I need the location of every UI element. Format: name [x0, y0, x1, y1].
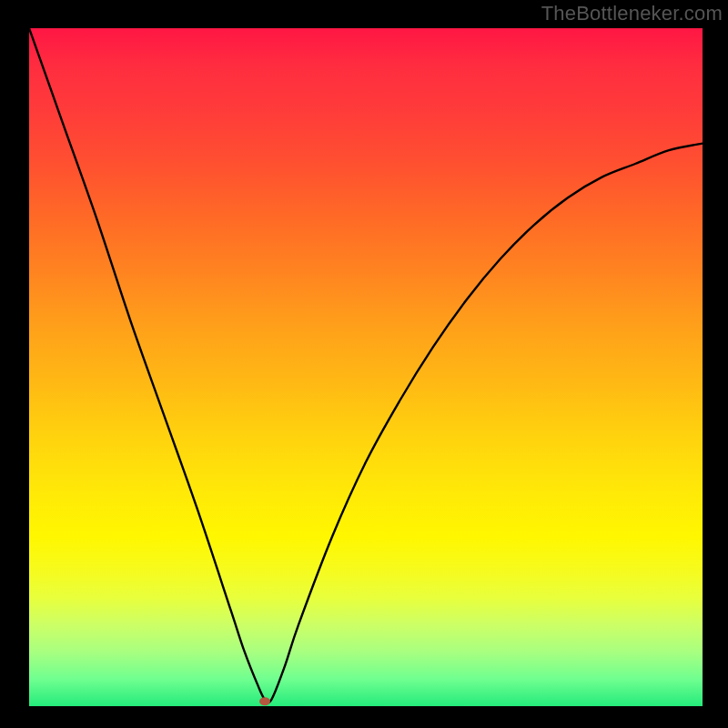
watermark-label: TheBottleneker.com: [541, 2, 723, 25]
chart-frame: TheBottleneker.com: [0, 0, 728, 728]
plot-area: [29, 28, 703, 706]
bottleneck-curve: [29, 28, 703, 706]
svg-point-0: [259, 697, 270, 705]
